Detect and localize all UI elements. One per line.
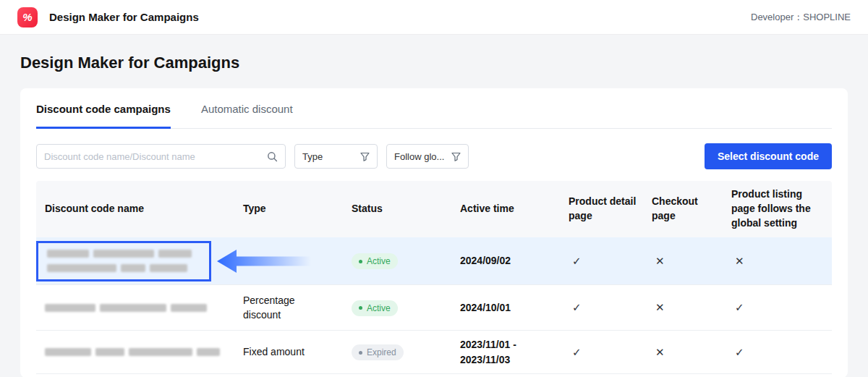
check-icon: ✓ — [560, 344, 643, 360]
status-cell: Active — [343, 299, 451, 316]
cross-icon: ✕ — [643, 300, 723, 315]
search-input[interactable] — [44, 151, 267, 162]
highlight-box-annotation — [36, 241, 211, 281]
status-cell: Expired — [343, 344, 451, 361]
active-time-cell: 2024/10/01 — [451, 300, 540, 315]
check-icon: ✓ — [560, 300, 643, 315]
filter-row: Type Follow glo... Select discount code — [36, 143, 832, 169]
discount-code-name-cell — [36, 304, 234, 312]
tab-discount-code-campaigns[interactable]: Discount code campaigns — [36, 101, 171, 129]
status-dot-icon — [359, 306, 362, 310]
cross-icon: ✕ — [723, 253, 832, 269]
type-filter-label: Type — [302, 151, 323, 162]
type-cell: Percentage discount — [234, 293, 325, 323]
search-icon — [267, 151, 278, 162]
status-label: Active — [367, 302, 391, 314]
table-row[interactable]: Active 2024/09/02 ✓ ✕ ✕ — [36, 237, 832, 285]
col-header-active-time: Active time — [451, 202, 560, 216]
pointer-arrow-annotation — [217, 249, 311, 274]
select-discount-code-button[interactable]: Select discount code — [705, 143, 832, 169]
table-row[interactable]: Percentage discount Active 2024/10/01 ✓ … — [36, 285, 832, 331]
funnel-filter-icon — [451, 152, 461, 161]
status-dot-icon — [359, 260, 362, 263]
discount-code-name-cell — [36, 241, 234, 281]
status-badge: Active — [352, 253, 398, 269]
check-icon: ✓ — [723, 300, 832, 315]
tab-bar: Discount code campaigns Automatic discou… — [36, 88, 832, 129]
redacted-text — [47, 250, 200, 258]
check-icon: ✓ — [723, 344, 832, 360]
cross-icon: ✕ — [643, 344, 723, 360]
cross-icon: ✕ — [643, 253, 723, 269]
col-header-checkout-page: Checkout page — [643, 195, 723, 224]
redacted-text — [45, 304, 234, 312]
status-label: Active — [367, 255, 391, 267]
account-label: Developer：SHOPLINE — [751, 11, 851, 24]
app-logo-percent-icon: % — [17, 7, 38, 27]
active-time-cell: 2024/09/02 — [451, 253, 540, 268]
status-label: Expired — [367, 347, 396, 358]
topbar: % Design Maker for Campaigns Developer：S… — [0, 0, 868, 35]
app-logo-glyph: % — [22, 11, 32, 23]
follow-global-filter-label: Follow glo... — [394, 151, 444, 162]
app-title: Design Maker for Campaigns — [49, 11, 199, 23]
col-header-product-detail-page: Product detail page — [560, 195, 643, 224]
status-badge: Active — [352, 300, 398, 316]
tab-automatic-discount[interactable]: Automatic discount — [201, 101, 293, 128]
status-dot-icon — [359, 351, 362, 355]
redacted-text — [45, 348, 234, 356]
col-header-discount-code-name: Discount code name — [36, 202, 234, 216]
campaigns-table: Discount code name Type Status Active ti… — [36, 181, 832, 374]
table-row[interactable]: Fixed amount Expired 2023/11/01 - 2023/1… — [36, 331, 832, 374]
table-header-row: Discount code name Type Status Active ti… — [36, 181, 832, 237]
type-cell: Fixed amount — [234, 344, 325, 359]
search-box[interactable] — [36, 144, 286, 169]
col-header-product-listing-global: Product listing page follows the global … — [723, 187, 825, 231]
page-title: Design Maker for Campaigns — [20, 54, 848, 72]
topbar-left: % Design Maker for Campaigns — [17, 7, 199, 27]
redacted-text — [47, 264, 200, 272]
status-badge: Expired — [352, 344, 404, 360]
check-icon: ✓ — [560, 253, 643, 269]
follow-global-filter-dropdown[interactable]: Follow glo... — [386, 144, 469, 169]
campaigns-card: Discount code campaigns Automatic discou… — [20, 88, 848, 377]
funnel-filter-icon — [360, 152, 370, 161]
col-header-status: Status — [343, 202, 451, 216]
type-filter-dropdown[interactable]: Type — [294, 144, 378, 169]
col-header-type: Type — [234, 202, 343, 216]
status-cell: Active — [343, 253, 451, 270]
discount-code-name-cell — [36, 348, 234, 356]
active-time-cell: 2023/11/01 - 2023/11/03 — [451, 337, 540, 367]
